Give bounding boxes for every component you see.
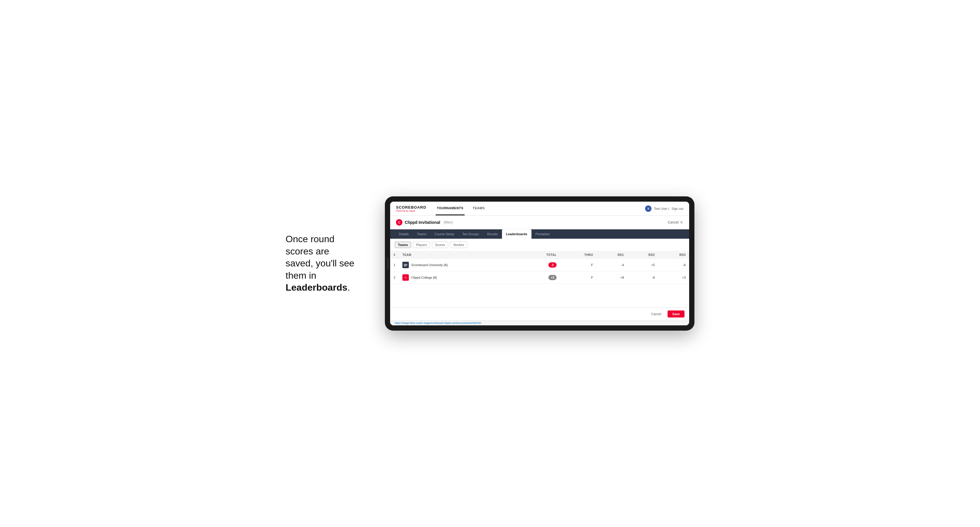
tab-tee-groups[interactable]: Tee Groups [458,229,483,239]
thru-2: F [560,271,597,284]
tournament-subtitle: (Men) [444,220,453,224]
col-rank: # [390,251,399,259]
tournament-title-row: C Clippd Invitational (Men) [396,219,453,225]
user-name: Test User | [654,207,669,210]
table-row: 1 [390,259,689,271]
filter-strokes-button[interactable]: Strokes [450,241,467,248]
col-total: TOTAL [520,251,560,259]
filter-players-button[interactable]: Players [413,241,430,248]
leaderboard-table: # TEAM TOTAL THRU RD1 RD2 RD3 1 [390,251,689,284]
app-logo: SCOREBOARD Powered by clippd [396,205,426,212]
tab-printables[interactable]: Printables [531,229,554,239]
score-badge-2: +3 [549,275,557,280]
rd2-2: -8 [628,271,659,284]
team-name-1: Scoreboard University [A] [399,259,520,271]
tournament-header: C Clippd Invitational (Men) Cancel ✕ [390,216,689,229]
tablet-device: SCOREBOARD Powered by clippd TOURNAMENTS… [385,196,694,331]
tournament-name: Clippd Invitational [405,220,440,225]
tournament-cancel-button[interactable]: Cancel ✕ [668,220,683,225]
team-name-2: C Clippd College [A] [399,271,520,284]
rd3-1: -6 [658,259,689,271]
score-badge-1: -5 [549,262,557,268]
rank-1: 1 [390,259,399,271]
tab-details[interactable]: Details [395,229,413,239]
svg-rect-2 [404,265,407,265]
col-rd3: RD3 [658,251,689,259]
nav-user-area: S Test User | Sign out [645,205,683,212]
rd3-2: +3 [658,271,689,284]
filter-bar: Teams Players Scores Strokes [390,239,689,251]
team-logo-2: C [402,274,409,281]
tournament-logo: C [396,219,402,225]
col-rd1: RD1 [597,251,628,259]
filter-scores-button[interactable]: Scores [432,241,448,248]
status-bar: https://stage-blue-coach.stagescoreboard… [390,321,689,325]
tab-teams[interactable]: Teams [413,229,430,239]
table-row: 2 C Clippd College [A] +3 F +8 -8 [390,271,689,284]
tab-results[interactable]: Results [483,229,502,239]
tab-course-setup[interactable]: Course Setup [430,229,458,239]
nav-teams[interactable]: TEAMS [472,202,486,215]
app-footer: Cancel Save [390,307,689,321]
rd1-1: -4 [597,259,628,271]
tabs-bar: Details Teams Course Setup Tee Groups Re… [390,229,689,239]
footer-cancel-button[interactable]: Cancel [647,311,665,317]
svg-rect-3 [404,266,406,267]
col-team: TEAM [399,251,520,259]
team-logo-1 [402,262,409,268]
intro-text: Once round scores are saved, you'll see … [286,233,368,294]
logo-subtitle: Powered by clippd [396,210,426,212]
col-thru: THRU [560,251,597,259]
logo-title: SCOREBOARD [396,205,426,210]
total-2: +3 [520,271,560,284]
sign-out-link[interactable]: Sign out [671,207,683,210]
total-1: -5 [520,259,560,271]
app-navbar: SCOREBOARD Powered by clippd TOURNAMENTS… [390,202,689,216]
table-header-row: # TEAM TOTAL THRU RD1 RD2 RD3 [390,251,689,259]
rd2-1: +5 [628,259,659,271]
rank-2: 2 [390,271,399,284]
user-avatar: S [645,205,651,212]
col-rd2: RD2 [628,251,659,259]
tab-leaderboards[interactable]: Leaderboards [502,229,531,239]
close-icon: ✕ [680,220,683,225]
status-url: https://stage-blue-coach.stagescoreboard… [395,322,481,324]
rd1-2: +8 [597,271,628,284]
nav-tournaments[interactable]: TOURNAMENTS [436,202,465,215]
footer-save-button[interactable]: Save [668,311,684,317]
filter-teams-button[interactable]: Teams [395,241,411,248]
svg-rect-1 [404,264,407,265]
tablet-screen: SCOREBOARD Powered by clippd TOURNAMENTS… [390,202,689,325]
thru-1: F [560,259,597,271]
